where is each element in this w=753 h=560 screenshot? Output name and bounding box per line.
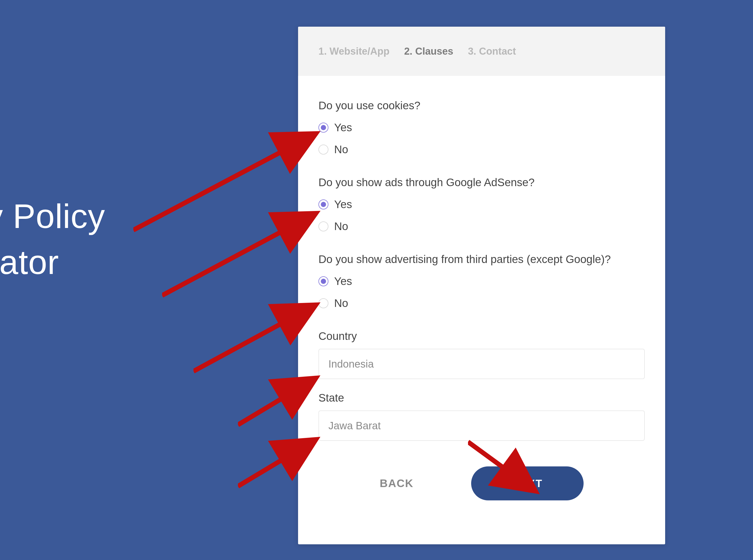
bg-title-line2: erator xyxy=(0,243,59,281)
radio-icon xyxy=(318,221,329,232)
radio-group-thirdparty: Yes No xyxy=(318,275,645,309)
action-row: BACK NEXT xyxy=(318,466,645,500)
svg-line-0 xyxy=(133,133,316,230)
radio-label: No xyxy=(334,220,348,233)
wizard-steps: 1. Website/App 2. Clauses 3. Contact xyxy=(298,27,665,76)
radio-icon xyxy=(318,123,329,133)
svg-line-1 xyxy=(162,213,316,296)
radio-thirdparty-yes[interactable]: Yes xyxy=(318,275,645,287)
form-panel: 1. Website/App 2. Clauses 3. Contact Do … xyxy=(298,27,665,544)
state-input[interactable] xyxy=(318,411,645,441)
bg-title-line1: cy Policy xyxy=(0,197,105,235)
question-cookies: Do you use cookies? xyxy=(318,99,645,112)
label-state: State xyxy=(318,392,645,404)
radio-icon xyxy=(318,199,329,209)
question-thirdparty: Do you show advertising from third parti… xyxy=(318,253,645,266)
radio-adsense-yes[interactable]: Yes xyxy=(318,198,645,211)
page-title-background: cy Policy erator xyxy=(0,194,105,285)
radio-group-adsense: Yes No xyxy=(318,198,645,233)
label-country: Country xyxy=(318,330,645,342)
radio-cookies-no[interactable]: No xyxy=(318,143,645,156)
question-adsense: Do you show ads through Google AdSense? xyxy=(318,176,645,189)
radio-label: Yes xyxy=(334,275,352,287)
radio-icon xyxy=(318,144,329,155)
next-button[interactable]: NEXT xyxy=(471,466,583,500)
step-contact[interactable]: 3. Contact xyxy=(468,46,516,57)
radio-group-cookies: Yes No xyxy=(318,121,645,156)
annotation-arrow-icon xyxy=(133,125,327,235)
form-body: Do you use cookies? Yes No Do you show a… xyxy=(298,76,665,511)
radio-label: Yes xyxy=(334,121,352,134)
step-clauses[interactable]: 2. Clauses xyxy=(404,46,453,57)
radio-label: No xyxy=(334,297,348,309)
radio-icon xyxy=(318,276,329,286)
radio-adsense-no[interactable]: No xyxy=(318,220,645,233)
radio-label: Yes xyxy=(334,198,352,211)
radio-cookies-yes[interactable]: Yes xyxy=(318,121,645,134)
radio-icon xyxy=(318,298,329,308)
step-website-app[interactable]: 1. Website/App xyxy=(318,46,390,57)
country-input[interactable] xyxy=(318,349,645,379)
radio-thirdparty-no[interactable]: No xyxy=(318,297,645,309)
radio-label: No xyxy=(334,143,348,156)
back-button[interactable]: BACK xyxy=(380,477,413,490)
